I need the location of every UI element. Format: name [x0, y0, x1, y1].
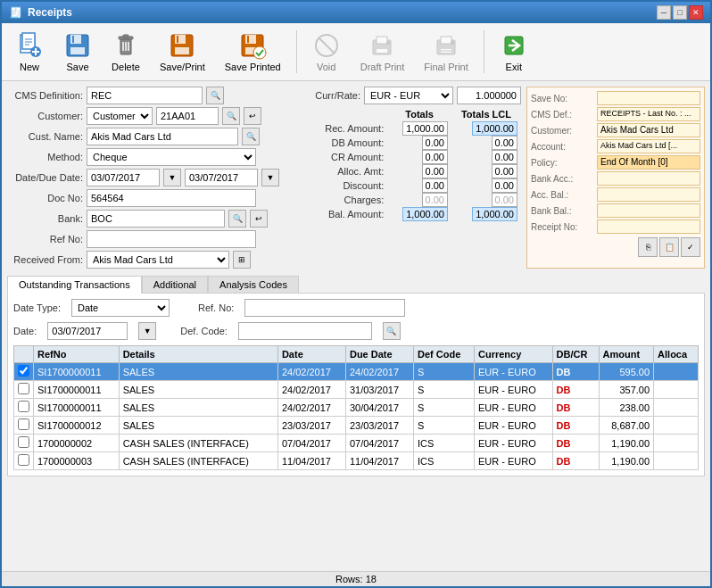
row-refno: SI1700000011 — [34, 363, 120, 381]
toolbar: New Save — [2, 23, 710, 81]
app-icon: 🧾 — [9, 6, 22, 19]
row-checkbox[interactable] — [18, 383, 29, 394]
table-row[interactable]: 1700000003 CASH SALES (INTERFACE) 11/04/… — [14, 452, 699, 470]
totals-header: Totals — [387, 107, 451, 121]
filter-ref-no-input[interactable] — [244, 299, 405, 317]
discount-value: 0.00 — [422, 178, 448, 193]
col-date: Date — [277, 346, 345, 363]
delete-icon — [112, 31, 140, 60]
customer-extra-btn[interactable]: ↩ — [244, 107, 261, 125]
svg-rect-14 — [123, 35, 128, 37]
col-amount: Amount — [599, 346, 654, 363]
row-alloca — [654, 417, 699, 435]
row-checkbox[interactable] — [18, 401, 29, 412]
delete-button[interactable]: Delete — [103, 27, 148, 77]
received-from-dropdown[interactable]: Akis Mad Cars Ltd — [87, 251, 229, 269]
row-checkbox[interactable] — [18, 418, 29, 430]
rate-input[interactable] — [457, 87, 521, 104]
minimize-button[interactable]: ─ — [657, 5, 671, 20]
void-button[interactable]: Void — [304, 27, 349, 77]
table-row[interactable]: SI1700000011 SALES 24/02/2017 24/02/2017… — [14, 363, 699, 381]
def-code-input[interactable] — [238, 322, 372, 340]
info-account-value: Akis Mad Cars Ltd [... — [597, 139, 700, 153]
row-checkbox[interactable] — [18, 365, 29, 377]
row-checkbox-cell — [14, 381, 34, 399]
filter-date-input[interactable] — [47, 322, 128, 340]
title-bar-controls: ─ □ ✕ — [657, 5, 703, 20]
cms-definition-search-btn[interactable]: 🔍 — [206, 87, 224, 104]
date-type-dropdown[interactable]: Date — [71, 299, 170, 317]
due-date-picker-btn[interactable]: ▼ — [261, 169, 279, 186]
ref-no-input[interactable] — [87, 230, 256, 248]
cr-amount-row: CR Amount: 0.00 0.00 — [307, 150, 521, 164]
doc-no-input[interactable] — [87, 189, 256, 207]
copy-btn[interactable]: ⎘ — [638, 237, 658, 257]
received-from-btn[interactable]: ⊞ — [233, 251, 251, 269]
row-date: 07/04/2017 — [277, 435, 345, 452]
row-refno: 1700000003 — [34, 452, 120, 470]
table-row[interactable]: 1700000002 CASH SALES (INTERFACE) 07/04/… — [14, 435, 699, 452]
date-row: Date/Due Date: ▼ ▼ — [7, 169, 302, 186]
svg-rect-21 — [177, 36, 178, 43]
row-checkbox[interactable] — [18, 454, 29, 466]
main-content: CMS Definition: 🔍 Customer: Customer 🔍 ↩… — [2, 81, 710, 571]
row-checkbox-cell — [14, 452, 34, 470]
check-btn[interactable]: ✓ — [681, 237, 700, 257]
new-button[interactable]: New — [7, 27, 52, 77]
tab-outstanding[interactable]: Outstanding Transactions — [7, 276, 142, 294]
charges-value: 0.00 — [422, 193, 448, 207]
exit-button[interactable]: Exit — [492, 27, 536, 77]
row-due-date: 07/04/2017 — [345, 435, 413, 452]
saveprint-button[interactable]: Save/Print — [152, 27, 213, 77]
filter-date-picker-btn[interactable]: ▼ — [138, 322, 156, 340]
row-amount: 357.00 — [599, 381, 654, 399]
tab-analysis[interactable]: Analysis Codes — [208, 276, 299, 293]
cms-def-label: CMS Def.: — [531, 110, 593, 120]
customer-search-btn[interactable]: 🔍 — [222, 107, 240, 125]
close-button[interactable]: ✕ — [689, 5, 703, 20]
row-date: 23/03/2017 — [277, 417, 345, 435]
ref-no-row: Ref No: — [7, 230, 302, 248]
method-dropdown[interactable]: Cheque — [87, 148, 256, 166]
table-row[interactable]: SI1700000011 SALES 24/02/2017 31/03/2017… — [14, 381, 699, 399]
curr-rate-label: Curr/Rate: — [307, 90, 360, 101]
info-bank-bal-value — [597, 203, 700, 218]
row-amount: 595.00 — [599, 363, 654, 381]
db-amount-value: 0.00 — [422, 136, 448, 150]
currency-dropdown[interactable]: EUR - EUR — [364, 87, 453, 104]
tab-additional[interactable]: Additional — [142, 276, 208, 293]
customer-code-input[interactable] — [156, 107, 219, 125]
row-checkbox[interactable] — [18, 436, 29, 448]
title-bar: 🧾 Receipts ─ □ ✕ — [2, 2, 710, 23]
date-input[interactable] — [87, 169, 160, 186]
row-refno: 1700000002 — [34, 435, 120, 452]
maximize-button[interactable]: □ — [673, 5, 687, 20]
row-due-date: 11/04/2017 — [345, 452, 413, 470]
finalprint-button[interactable]: Final Print — [416, 27, 476, 77]
cust-name-search-btn[interactable]: 🔍 — [242, 128, 260, 145]
bank-extra-btn[interactable]: ↩ — [250, 210, 268, 228]
bank-search-btn[interactable]: 🔍 — [228, 210, 246, 228]
form-middle: Curr/Rate: EUR - EUR Totals Totals LCL — [307, 87, 521, 269]
date-label: Date/Due Date: — [7, 172, 83, 183]
table-row[interactable]: SI1700000011 SALES 24/02/2017 30/04/2017… — [14, 399, 699, 417]
table-row[interactable]: SI1700000012 SALES 23/03/2017 23/03/2017… — [14, 417, 699, 435]
saveprinted-button[interactable]: Save Printed — [217, 27, 289, 77]
svg-point-26 — [253, 46, 266, 59]
cms-def-row: CMS Def.: RECEIPTS - Last No. : ... — [531, 107, 700, 121]
exit-label: Exit — [506, 62, 522, 72]
status-bar: Rows: 18 — [2, 571, 710, 586]
cust-name-input[interactable] — [87, 128, 238, 145]
paste-btn[interactable]: 📋 — [659, 237, 679, 257]
def-code-search-btn[interactable]: 🔍 — [383, 322, 401, 340]
due-date-input[interactable] — [185, 169, 258, 186]
toolbar-divider-1 — [296, 30, 297, 73]
save-button[interactable]: Save — [55, 27, 100, 77]
bank-input[interactable] — [87, 210, 225, 228]
save-label: Save — [66, 62, 88, 72]
draftprint-button[interactable]: Draft Print — [352, 27, 413, 77]
row-currency: EUR - EURO — [474, 435, 552, 452]
date-picker-btn[interactable]: ▼ — [163, 169, 181, 186]
cms-definition-input[interactable] — [87, 87, 203, 104]
customer-type-dropdown[interactable]: Customer — [87, 107, 153, 125]
